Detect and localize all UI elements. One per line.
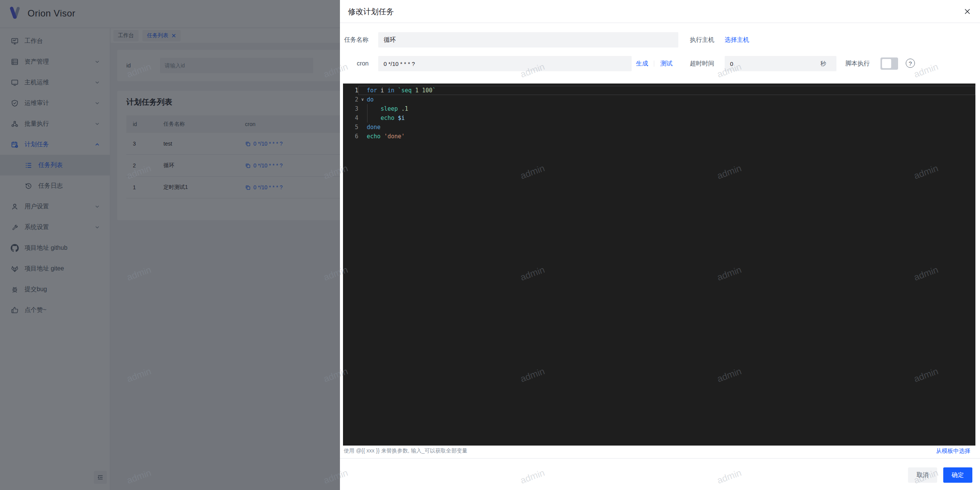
fold-gutter (358, 86, 367, 95)
link-divider (654, 61, 654, 67)
editor-line[interactable]: 5done (343, 123, 975, 132)
cron-input[interactable] (378, 56, 632, 71)
modal-header: 修改计划任务 (340, 0, 980, 23)
toggle-knob (882, 59, 891, 68)
code-line-text: for i in `seq 1 100` (367, 86, 975, 95)
task-name-input[interactable] (378, 32, 678, 48)
footer-divider (340, 458, 980, 459)
editor-line[interactable]: 1for i in `seq 1 100` (343, 86, 975, 95)
fold-gutter (358, 113, 367, 123)
code-editor[interactable]: 1for i in `seq 1 100`2∨do3 sleep .14 ech… (343, 84, 975, 446)
line-number: 4 (343, 113, 358, 123)
test-cron-link[interactable]: 测试 (660, 56, 673, 71)
line-number: 1 (343, 86, 358, 95)
exec-host-label: 执行主机 (685, 32, 714, 48)
cron-label: cron (342, 56, 369, 71)
editor-line[interactable]: 2∨do (343, 95, 975, 104)
code-line-text: echo 'done' (367, 132, 975, 141)
code-line-text: sleep .1 (367, 104, 975, 113)
editor-line[interactable]: 3 sleep .1 (343, 104, 975, 113)
script-exec-toggle[interactable] (880, 57, 898, 70)
generate-cron-link[interactable]: 生成 (636, 56, 648, 71)
timeout-unit: 秒 (820, 56, 826, 71)
fold-gutter (358, 104, 367, 113)
fold-chevron-icon[interactable]: ∨ (358, 95, 367, 104)
line-number: 2 (343, 95, 358, 104)
fold-gutter (358, 132, 367, 141)
editor-line[interactable]: 6echo 'done' (343, 132, 975, 141)
indent-guide (367, 104, 368, 123)
screen: Orion Visor 工作台 资产管理 (0, 0, 980, 490)
select-host-link[interactable]: 选择主机 (725, 32, 749, 48)
edit-task-modal: 修改计划任务 任务名称 执行主机 选择主机 cron 生成 测试 超时时间 秒 … (340, 0, 980, 490)
line-number: 6 (343, 132, 358, 141)
task-name-label: 任务名称 (342, 32, 369, 48)
confirm-button[interactable]: 确定 (943, 467, 972, 483)
code-line-text: echo $i (367, 113, 975, 123)
timeout-label: 超时时间 (685, 56, 714, 71)
modal-close-button[interactable] (962, 7, 972, 16)
close-icon (964, 8, 971, 15)
line-number: 5 (343, 123, 358, 132)
code-line-text: done (367, 123, 975, 132)
code-editor-lines: 1for i in `seq 1 100`2∨do3 sleep .14 ech… (343, 86, 975, 141)
line-number: 3 (343, 104, 358, 113)
help-icon[interactable]: ? (906, 59, 915, 68)
parameter-hint-text: 使用 @{{ xxx }} 来替换参数, 输入_可以获取全部变量 (344, 447, 467, 454)
modal-title: 修改计划任务 (348, 0, 394, 23)
timeout-input[interactable] (725, 56, 836, 71)
script-exec-label: 脚本执行 (845, 56, 871, 71)
editor-line[interactable]: 4 echo $i (343, 113, 975, 123)
select-from-template-link[interactable]: 从模板中选择 (936, 447, 970, 455)
cancel-button[interactable]: 取消 (908, 467, 937, 483)
code-line-text: do (367, 95, 975, 104)
fold-gutter (358, 123, 367, 132)
